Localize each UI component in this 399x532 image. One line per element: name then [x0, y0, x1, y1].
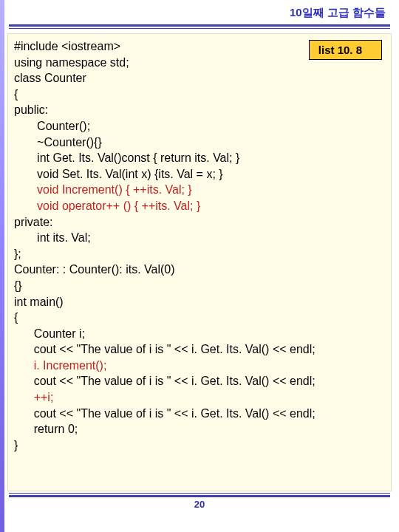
- top-divider: [9, 24, 390, 29]
- slide-header: 10일째 고급 함수들: [0, 0, 399, 21]
- code-line-highlight: i. Increment();: [14, 359, 106, 372]
- code-line: private:: [14, 216, 52, 228]
- code-line: cout << "The value of i is " << i. Get. …: [14, 375, 316, 387]
- code-line: Counter i;: [14, 327, 85, 340]
- code-line: }: [14, 439, 18, 451]
- code-line: };: [14, 248, 21, 260]
- code-line: cout << "The value of i is " << i. Get. …: [14, 407, 316, 420]
- code-line: class Counter: [14, 72, 86, 84]
- code-line: cout << "The value of i is " << i. Get. …: [14, 343, 316, 355]
- code-line-highlight: void operator++ () { ++its. Val; }: [14, 200, 200, 212]
- code-line: {: [14, 88, 18, 100]
- code-line: using namespace std;: [14, 56, 129, 69]
- code-line: public:: [14, 103, 48, 116]
- code-line: int main(): [14, 296, 64, 308]
- code-line: return 0;: [14, 423, 78, 435]
- code-line: Counter();: [14, 120, 90, 132]
- list-badge: list 10. 8: [309, 40, 382, 60]
- code-block: #include <iostream> using namespace std;…: [14, 38, 385, 453]
- code-line: int Get. Its. Val()const { return its. V…: [14, 151, 239, 164]
- code-line: #include <iostream>: [14, 40, 120, 52]
- header-title: 10일째 고급 함수들: [290, 6, 386, 18]
- list-badge-label: list 10. 8: [318, 44, 362, 56]
- code-line: int its. Val;: [14, 231, 91, 244]
- code-line-highlight: void Increment() { ++its. Val; }: [14, 183, 192, 196]
- code-line: {: [14, 311, 18, 324]
- left-accent-stripe: [0, 0, 4, 532]
- code-line: Counter: : Counter(): its. Val(0): [14, 263, 175, 276]
- code-line: ~Counter(){}: [14, 136, 102, 149]
- code-line-highlight: ++i;: [14, 391, 53, 403]
- page-number: 20: [0, 497, 399, 510]
- code-line: {}: [14, 279, 22, 292]
- code-line: void Set. Its. Val(int x) {its. Val = x;…: [14, 168, 223, 180]
- bottom-divider: [9, 493, 390, 497]
- slide-body: list 10. 8 #include <iostream> using nam…: [7, 33, 392, 491]
